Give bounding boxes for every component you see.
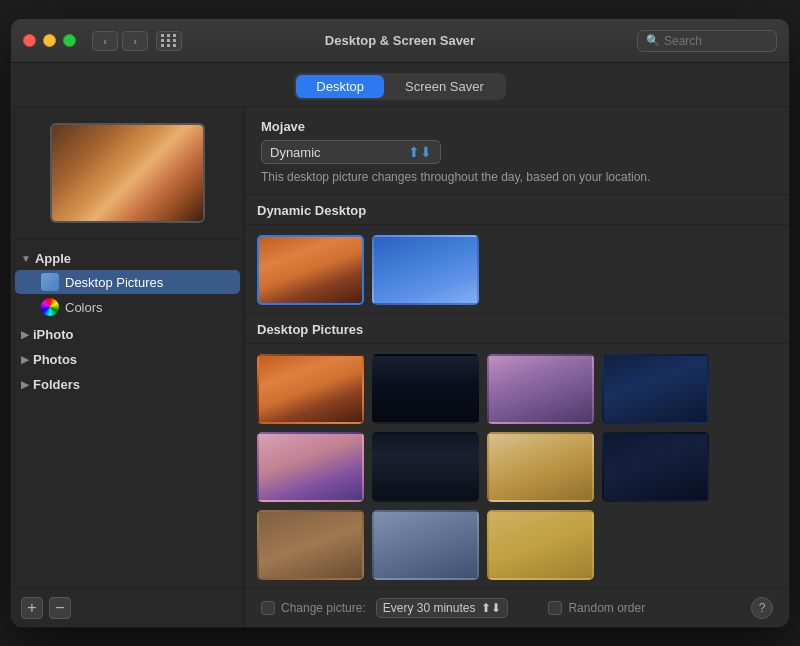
sidebar-header-iphoto[interactable]: ▶ iPhoto xyxy=(11,324,244,345)
desktop-preview xyxy=(50,123,205,223)
arrow-icon-photos: ▶ xyxy=(21,354,29,365)
section-title-desktop-pictures: Desktop Pictures xyxy=(245,314,789,344)
tab-group: Desktop Screen Saver xyxy=(294,73,505,100)
minimize-button[interactable] xyxy=(43,34,56,47)
thumb-dp-6[interactable] xyxy=(372,432,479,502)
arrow-icon-folders: ▶ xyxy=(21,379,29,390)
nav-forward-button[interactable]: › xyxy=(122,31,148,51)
arrow-icon: ▼ xyxy=(21,253,31,264)
search-icon: 🔍 xyxy=(646,34,660,47)
add-source-button[interactable]: + xyxy=(21,597,43,619)
window-title: Desktop & Screen Saver xyxy=(325,33,475,48)
panel-content: Dynamic Desktop Desktop Pictures xyxy=(245,194,789,588)
change-picture-group: Change picture: xyxy=(261,601,366,615)
thumb-dynamic-2[interactable] xyxy=(372,235,479,305)
sidebar-item-label: Colors xyxy=(65,300,103,315)
random-order-checkbox[interactable] xyxy=(548,601,562,615)
folder-icon xyxy=(41,273,59,291)
tab-screen-saver[interactable]: Screen Saver xyxy=(385,75,504,98)
thumb-dp-7[interactable] xyxy=(487,432,594,502)
wallpaper-description: This desktop picture changes throughout … xyxy=(261,170,773,194)
remove-source-button[interactable]: − xyxy=(49,597,71,619)
thumb-dp-10[interactable] xyxy=(372,510,479,580)
sidebar-section-label-iphoto: iPhoto xyxy=(33,327,73,342)
desktop-pictures-grid xyxy=(245,344,789,588)
tab-desktop[interactable]: Desktop xyxy=(296,75,384,98)
change-picture-checkbox[interactable] xyxy=(261,601,275,615)
arrow-icon-iphoto: ▶ xyxy=(21,329,29,340)
thumb-dp-11[interactable] xyxy=(487,510,594,580)
thumb-dynamic-1[interactable] xyxy=(257,235,364,305)
thumb-dp-5[interactable] xyxy=(257,432,364,502)
nav-back-button[interactable]: ‹ xyxy=(92,31,118,51)
tabs-bar: Desktop Screen Saver xyxy=(11,63,789,107)
dynamic-dropdown[interactable]: Dynamic ⬆⬇ xyxy=(261,140,441,164)
sidebar-section-photos: ▶ Photos xyxy=(11,347,244,372)
section-desktop-pictures: Desktop Pictures xyxy=(245,314,789,588)
preview-area xyxy=(11,107,244,240)
help-button[interactable]: ? xyxy=(751,597,773,619)
wallpaper-header: Mojave Dynamic ⬆⬇ This desktop picture c… xyxy=(245,107,789,194)
change-picture-label: Change picture: xyxy=(281,601,366,615)
thumb-dp-8[interactable] xyxy=(602,432,709,502)
grid-view-button[interactable] xyxy=(156,31,182,51)
wallpaper-name: Mojave xyxy=(261,119,773,134)
sidebar-item-desktop-pictures[interactable]: Desktop Pictures xyxy=(15,270,240,294)
sidebar-footer: + − xyxy=(11,588,244,627)
main-window: ‹ › Desktop & Screen Saver 🔍 Desktop Scr… xyxy=(10,18,790,628)
bottom-bar: Change picture: Every 30 minutes ⬆⬇ Rand… xyxy=(245,588,789,627)
main-content: ▼ Apple Desktop Pictures Colors ▶ xyxy=(11,107,789,627)
sidebar: ▼ Apple Desktop Pictures Colors ▶ xyxy=(11,107,245,627)
interval-arrow-icon: ⬆⬇ xyxy=(481,601,501,615)
close-button[interactable] xyxy=(23,34,36,47)
sidebar-section-label-folders: Folders xyxy=(33,377,80,392)
sidebar-header-apple[interactable]: ▼ Apple xyxy=(11,248,244,269)
sidebar-section-label-photos: Photos xyxy=(33,352,77,367)
traffic-lights xyxy=(23,34,76,47)
interval-dropdown[interactable]: Every 30 minutes ⬆⬇ xyxy=(376,598,509,618)
random-order-group: Random order xyxy=(548,601,645,615)
nav-buttons: ‹ › xyxy=(92,31,148,51)
sidebar-section-folders: ▶ Folders xyxy=(11,372,244,397)
search-box[interactable]: 🔍 xyxy=(637,30,777,52)
sidebar-section-label: Apple xyxy=(35,251,71,266)
sidebar-section-iphoto: ▶ iPhoto xyxy=(11,322,244,347)
section-dynamic-desktop: Dynamic Desktop xyxy=(245,195,789,314)
sidebar-section-apple: ▼ Apple Desktop Pictures Colors xyxy=(11,246,244,322)
random-order-label: Random order xyxy=(568,601,645,615)
section-title-dynamic: Dynamic Desktop xyxy=(245,195,789,225)
interval-label: Every 30 minutes xyxy=(383,601,476,615)
thumb-dp-9[interactable] xyxy=(257,510,364,580)
titlebar: ‹ › Desktop & Screen Saver 🔍 xyxy=(11,19,789,63)
dropdown-label: Dynamic xyxy=(270,145,321,160)
sidebar-header-folders[interactable]: ▶ Folders xyxy=(11,374,244,395)
sidebar-item-colors[interactable]: Colors xyxy=(15,295,240,319)
grid-icon xyxy=(161,34,177,47)
search-input[interactable] xyxy=(664,34,768,48)
thumb-dp-1[interactable] xyxy=(257,354,364,424)
dropdown-arrow-icon: ⬆⬇ xyxy=(408,144,432,160)
preview-image xyxy=(52,125,203,221)
sidebar-item-label: Desktop Pictures xyxy=(65,275,163,290)
sidebar-header-photos[interactable]: ▶ Photos xyxy=(11,349,244,370)
thumb-dp-2[interactable] xyxy=(372,354,479,424)
thumb-dp-3[interactable] xyxy=(487,354,594,424)
dynamic-thumbnails-grid xyxy=(245,225,789,313)
thumb-dp-4[interactable] xyxy=(602,354,709,424)
maximize-button[interactable] xyxy=(63,34,76,47)
color-icon xyxy=(41,298,59,316)
sidebar-list: ▼ Apple Desktop Pictures Colors ▶ xyxy=(11,240,244,588)
right-panel: Mojave Dynamic ⬆⬇ This desktop picture c… xyxy=(245,107,789,627)
